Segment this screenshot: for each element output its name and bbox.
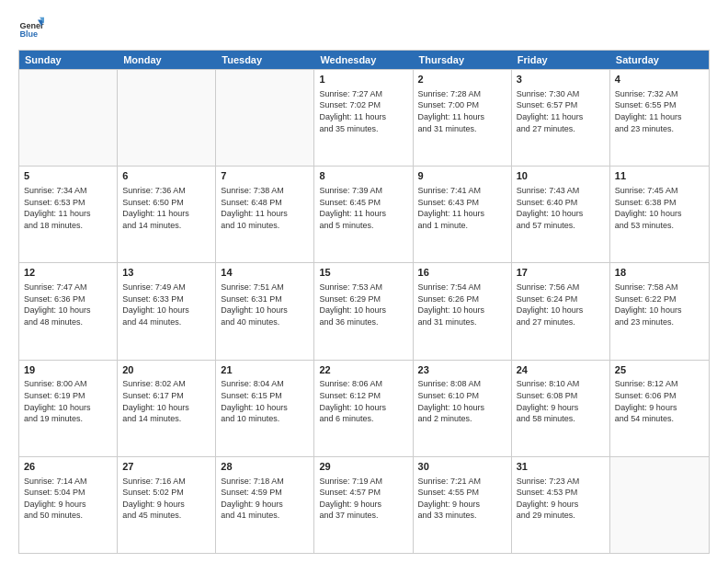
- logo: General Blue: [18, 15, 50, 40]
- cell-day-number: 14: [221, 266, 309, 280]
- calendar-cell: 3Sunrise: 7:30 AM Sunset: 6:57 PM Daylig…: [512, 70, 610, 166]
- calendar-cell: 5Sunrise: 7:34 AM Sunset: 6:53 PM Daylig…: [19, 167, 118, 262]
- calendar-row: 12Sunrise: 7:47 AM Sunset: 6:36 PM Dayli…: [19, 262, 709, 359]
- calendar-cell: 24Sunrise: 8:10 AM Sunset: 6:08 PM Dayli…: [512, 361, 610, 456]
- calendar-body: 1Sunrise: 7:27 AM Sunset: 7:02 PM Daylig…: [19, 69, 709, 553]
- cell-day-number: 13: [122, 266, 210, 280]
- cell-info: Sunrise: 7:34 AM Sunset: 6:53 PM Dayligh…: [24, 185, 112, 231]
- cell-info: Sunrise: 7:38 AM Sunset: 6:48 PM Dayligh…: [221, 185, 309, 231]
- cell-day-number: 27: [122, 460, 210, 474]
- calendar-cell: [118, 70, 216, 166]
- cell-info: Sunrise: 7:14 AM Sunset: 5:04 PM Dayligh…: [24, 476, 112, 522]
- calendar-cell: [216, 70, 314, 166]
- cell-info: Sunrise: 7:27 AM Sunset: 7:02 PM Dayligh…: [319, 88, 407, 134]
- cell-day-number: 23: [418, 363, 506, 377]
- cell-day-number: 10: [517, 169, 605, 183]
- cell-day-number: 6: [122, 169, 210, 183]
- cell-info: Sunrise: 8:08 AM Sunset: 6:10 PM Dayligh…: [418, 378, 506, 424]
- cell-info: Sunrise: 7:43 AM Sunset: 6:40 PM Dayligh…: [517, 185, 605, 231]
- cell-info: Sunrise: 7:18 AM Sunset: 4:59 PM Dayligh…: [221, 476, 309, 522]
- calendar-row: 1Sunrise: 7:27 AM Sunset: 7:02 PM Daylig…: [19, 69, 709, 166]
- cell-info: Sunrise: 7:36 AM Sunset: 6:50 PM Dayligh…: [122, 185, 210, 231]
- cell-info: Sunrise: 7:16 AM Sunset: 5:02 PM Dayligh…: [122, 476, 210, 522]
- cell-info: Sunrise: 7:49 AM Sunset: 6:33 PM Dayligh…: [122, 282, 210, 327]
- cell-day-number: 16: [418, 266, 506, 280]
- cell-info: Sunrise: 7:45 AM Sunset: 6:38 PM Dayligh…: [615, 185, 704, 231]
- cell-day-number: 11: [615, 169, 704, 183]
- calendar-cell: [610, 457, 709, 553]
- cell-info: Sunrise: 7:41 AM Sunset: 6:43 PM Dayligh…: [418, 185, 506, 231]
- calendar-cell: 22Sunrise: 8:06 AM Sunset: 6:12 PM Dayli…: [314, 361, 413, 456]
- cell-info: Sunrise: 7:19 AM Sunset: 4:57 PM Dayligh…: [319, 476, 407, 522]
- calendar-cell: 14Sunrise: 7:51 AM Sunset: 6:31 PM Dayli…: [216, 263, 314, 359]
- cell-day-number: 15: [319, 266, 407, 280]
- cell-info: Sunrise: 8:00 AM Sunset: 6:19 PM Dayligh…: [24, 378, 112, 424]
- cell-day-number: 29: [319, 460, 407, 474]
- cell-day-number: 7: [221, 169, 309, 183]
- cell-info: Sunrise: 8:10 AM Sunset: 6:08 PM Dayligh…: [517, 378, 605, 424]
- cell-day-number: 25: [615, 363, 704, 377]
- calendar-cell: 13Sunrise: 7:49 AM Sunset: 6:33 PM Dayli…: [118, 263, 216, 359]
- calendar-cell: 11Sunrise: 7:45 AM Sunset: 6:38 PM Dayli…: [610, 167, 709, 262]
- cell-day-number: 9: [418, 169, 506, 183]
- cell-info: Sunrise: 8:12 AM Sunset: 6:06 PM Dayligh…: [615, 378, 704, 424]
- svg-text:Blue: Blue: [19, 29, 38, 39]
- cell-day-number: 1: [319, 73, 407, 86]
- cell-day-number: 12: [24, 266, 112, 280]
- weekday-header: Sunday: [19, 51, 118, 69]
- calendar-header: SundayMondayTuesdayWednesdayThursdayFrid…: [19, 51, 709, 69]
- calendar-cell: 29Sunrise: 7:19 AM Sunset: 4:57 PM Dayli…: [314, 457, 413, 553]
- calendar-cell: 19Sunrise: 8:00 AM Sunset: 6:19 PM Dayli…: [19, 361, 118, 456]
- cell-info: Sunrise: 8:06 AM Sunset: 6:12 PM Dayligh…: [319, 378, 407, 424]
- calendar-row: 5Sunrise: 7:34 AM Sunset: 6:53 PM Daylig…: [19, 166, 709, 262]
- weekday-header: Tuesday: [216, 51, 314, 69]
- cell-info: Sunrise: 7:30 AM Sunset: 6:57 PM Dayligh…: [517, 88, 605, 134]
- cell-day-number: 17: [517, 266, 605, 280]
- calendar-cell: 17Sunrise: 7:56 AM Sunset: 6:24 PM Dayli…: [512, 263, 610, 359]
- cell-day-number: 21: [221, 363, 309, 377]
- cell-day-number: 4: [615, 73, 704, 86]
- calendar-row: 26Sunrise: 7:14 AM Sunset: 5:04 PM Dayli…: [19, 456, 709, 553]
- calendar-cell: 26Sunrise: 7:14 AM Sunset: 5:04 PM Dayli…: [19, 457, 118, 553]
- cell-info: Sunrise: 7:21 AM Sunset: 4:55 PM Dayligh…: [418, 476, 506, 522]
- logo-icon: General Blue: [18, 15, 44, 40]
- calendar-cell: 15Sunrise: 7:53 AM Sunset: 6:29 PM Dayli…: [314, 263, 413, 359]
- calendar-cell: 28Sunrise: 7:18 AM Sunset: 4:59 PM Dayli…: [216, 457, 314, 553]
- calendar-cell: 16Sunrise: 7:54 AM Sunset: 6:26 PM Dayli…: [414, 263, 512, 359]
- cell-info: Sunrise: 7:39 AM Sunset: 6:45 PM Dayligh…: [319, 185, 407, 231]
- cell-day-number: 20: [122, 363, 210, 377]
- weekday-header: Friday: [512, 51, 610, 69]
- calendar-cell: 1Sunrise: 7:27 AM Sunset: 7:02 PM Daylig…: [314, 70, 413, 166]
- cell-day-number: 31: [517, 460, 605, 474]
- cell-info: Sunrise: 7:23 AM Sunset: 4:53 PM Dayligh…: [517, 476, 605, 522]
- calendar-cell: 20Sunrise: 8:02 AM Sunset: 6:17 PM Dayli…: [118, 361, 216, 456]
- calendar-cell: 30Sunrise: 7:21 AM Sunset: 4:55 PM Dayli…: [414, 457, 512, 553]
- calendar-cell: 18Sunrise: 7:58 AM Sunset: 6:22 PM Dayli…: [610, 263, 709, 359]
- calendar-row: 19Sunrise: 8:00 AM Sunset: 6:19 PM Dayli…: [19, 360, 709, 456]
- calendar-cell: 23Sunrise: 8:08 AM Sunset: 6:10 PM Dayli…: [414, 361, 512, 456]
- cell-day-number: 5: [24, 169, 112, 183]
- calendar-cell: 31Sunrise: 7:23 AM Sunset: 4:53 PM Dayli…: [512, 457, 610, 553]
- calendar-cell: 27Sunrise: 7:16 AM Sunset: 5:02 PM Dayli…: [118, 457, 216, 553]
- cell-day-number: 8: [319, 169, 407, 183]
- calendar-cell: 7Sunrise: 7:38 AM Sunset: 6:48 PM Daylig…: [216, 167, 314, 262]
- cell-day-number: 22: [319, 363, 407, 377]
- cell-day-number: 28: [221, 460, 309, 474]
- cell-info: Sunrise: 7:56 AM Sunset: 6:24 PM Dayligh…: [517, 282, 605, 327]
- cell-info: Sunrise: 8:04 AM Sunset: 6:15 PM Dayligh…: [221, 378, 309, 424]
- calendar-cell: 2Sunrise: 7:28 AM Sunset: 7:00 PM Daylig…: [414, 70, 512, 166]
- cell-info: Sunrise: 7:53 AM Sunset: 6:29 PM Dayligh…: [319, 282, 407, 327]
- cell-day-number: 3: [517, 73, 605, 86]
- weekday-header: Monday: [118, 51, 216, 69]
- cell-info: Sunrise: 7:58 AM Sunset: 6:22 PM Dayligh…: [615, 282, 704, 327]
- calendar-cell: 4Sunrise: 7:32 AM Sunset: 6:55 PM Daylig…: [610, 70, 709, 166]
- cell-info: Sunrise: 7:28 AM Sunset: 7:00 PM Dayligh…: [418, 88, 506, 134]
- page-header: General Blue: [18, 15, 710, 40]
- calendar-cell: 9Sunrise: 7:41 AM Sunset: 6:43 PM Daylig…: [414, 167, 512, 262]
- cell-info: Sunrise: 8:02 AM Sunset: 6:17 PM Dayligh…: [122, 378, 210, 424]
- cell-day-number: 2: [418, 73, 506, 86]
- cell-day-number: 30: [418, 460, 506, 474]
- calendar-cell: 6Sunrise: 7:36 AM Sunset: 6:50 PM Daylig…: [118, 167, 216, 262]
- cell-day-number: 18: [615, 266, 704, 280]
- cell-day-number: 19: [24, 363, 112, 377]
